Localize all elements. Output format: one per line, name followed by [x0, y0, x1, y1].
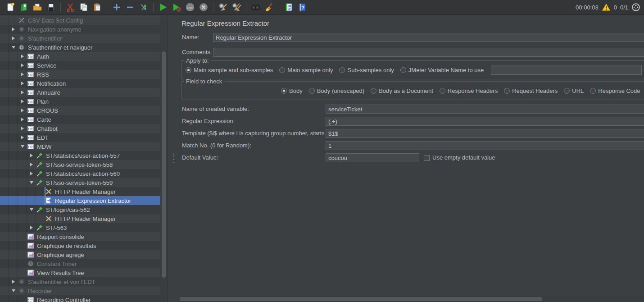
- radio-selected-icon[interactable]: [281, 88, 287, 94]
- radio-unselected-icon[interactable]: [339, 67, 345, 73]
- tree-row[interactable]: Graphique de résultats: [0, 241, 160, 250]
- radio-option-body[interactable]: Body: [281, 87, 303, 94]
- toolbar-add-button[interactable]: [110, 1, 123, 14]
- tree-row[interactable]: Rapport consolidé: [0, 232, 160, 241]
- tree-row[interactable]: ST/-563: [0, 223, 160, 232]
- tree-row[interactable]: View Results Tree: [0, 268, 160, 277]
- tree-row[interactable]: Plan: [0, 97, 160, 106]
- tree-row[interactable]: Regular Expression Extractor: [0, 196, 160, 205]
- toolbar-search-reset-button[interactable]: [263, 1, 276, 14]
- tree-row[interactable]: CSV Data Set Config: [0, 16, 160, 25]
- tree-row[interactable]: S'authentifier: [0, 34, 160, 43]
- tree-row[interactable]: Graphique agrégé: [0, 250, 160, 259]
- expand-open-arrow-icon[interactable]: [27, 208, 36, 211]
- toolbar-new-button[interactable]: [4, 1, 17, 14]
- tree-row[interactable]: RSS: [0, 70, 160, 79]
- tree-row[interactable]: ST/sso-service-token-559: [0, 178, 160, 187]
- expand-closed-arrow-icon[interactable]: [9, 27, 18, 31]
- tree-row[interactable]: MDW: [0, 142, 160, 151]
- radio-unselected-icon[interactable]: [440, 88, 445, 94]
- radio-unselected-icon[interactable]: [504, 88, 510, 94]
- radio-option-body-unescaped[interactable]: Body (unescaped): [309, 87, 365, 94]
- tree-row[interactable]: Chatbot: [0, 124, 160, 133]
- toolbar-clear-all-button[interactable]: [230, 1, 243, 14]
- radio-unselected-icon[interactable]: [590, 88, 596, 94]
- radio-option-jmeter-variable-name-to-use[interactable]: JMeter Variable Name to use: [400, 67, 484, 73]
- toolbar-help-button[interactable]: ?: [295, 1, 309, 14]
- tree-row[interactable]: EDT: [0, 133, 160, 142]
- radio-option-body-as-a-document[interactable]: Body as a Document: [371, 87, 433, 94]
- use-empty-default-value-option[interactable]: Use empty default value: [424, 153, 495, 162]
- tree-row[interactable]: S'authentifier et voir l'EDT: [0, 277, 160, 286]
- checkbox-unchecked-icon[interactable]: [424, 155, 430, 161]
- radio-option-response-headers[interactable]: Response Headers: [440, 87, 498, 94]
- toolbar-remove-button[interactable]: [123, 1, 137, 14]
- match-no-0-for-random-input[interactable]: [326, 141, 644, 150]
- tree-row[interactable]: Annuaire: [0, 88, 160, 97]
- toolbar-function-helper-button[interactable]: [282, 1, 295, 14]
- name-input[interactable]: [213, 33, 644, 42]
- expand-open-arrow-icon[interactable]: [27, 181, 36, 184]
- radio-selected-icon[interactable]: [186, 67, 191, 73]
- toolbar-start-no-pauses-button[interactable]: [170, 1, 183, 14]
- comments-input[interactable]: [213, 48, 644, 57]
- expand-closed-arrow-icon[interactable]: [18, 55, 27, 58]
- expand-closed-arrow-icon[interactable]: [18, 64, 27, 67]
- expand-closed-arrow-icon[interactable]: [27, 226, 36, 229]
- tree-scrollbar-thumb[interactable]: [162, 51, 166, 278]
- tree-row[interactable]: Recording Controller: [0, 295, 160, 302]
- template-i-where-i-is-capturing-group-number-starts-at-1-input[interactable]: [326, 129, 644, 138]
- toolbar-copy-button[interactable]: [77, 1, 91, 14]
- toolbar-search-button[interactable]: [249, 1, 263, 14]
- expand-closed-arrow-icon[interactable]: [27, 172, 36, 175]
- expand-closed-arrow-icon[interactable]: [18, 109, 27, 112]
- tree-row[interactable]: ST/login/cas-562: [0, 205, 160, 214]
- tree-row[interactable]: Carte: [0, 115, 160, 124]
- expand-closed-arrow-icon[interactable]: [18, 73, 27, 76]
- radio-unselected-icon[interactable]: [371, 88, 376, 94]
- radio-option-main-sample-and-sub-samples[interactable]: Main sample and sub-samples: [186, 67, 273, 73]
- warning-indicator-icon[interactable]: [602, 3, 611, 12]
- tree-row[interactable]: Service: [0, 61, 160, 70]
- tree-row[interactable]: ST/statistics/user-action-557: [0, 151, 160, 160]
- radio-option-url[interactable]: URL: [564, 87, 584, 94]
- content-horizontal-scrollbar[interactable]: [179, 296, 644, 302]
- name-of-created-variable-input[interactable]: [326, 105, 644, 114]
- split-pane-divider[interactable]: [168, 15, 179, 302]
- radio-unselected-icon[interactable]: [400, 67, 406, 73]
- toolbar-cut-button[interactable]: [63, 1, 77, 14]
- toolbar-start-button[interactable]: [156, 1, 170, 14]
- tree-vertical-scrollbar[interactable]: [160, 15, 168, 302]
- expand-closed-arrow-icon[interactable]: [9, 37, 18, 40]
- tree-row[interactable]: Constant Timer: [0, 259, 160, 268]
- radio-option-main-sample-only[interactable]: Main sample only: [279, 67, 333, 73]
- toolbar-save-button[interactable]: [44, 1, 58, 14]
- default-value-input[interactable]: [326, 153, 419, 162]
- tree-row[interactable]: Auth: [0, 52, 160, 61]
- expand-closed-arrow-icon[interactable]: [18, 127, 27, 130]
- regular-expression-input[interactable]: [326, 117, 644, 126]
- tree-row[interactable]: ST/sso-service-token-558: [0, 160, 160, 169]
- expand-closed-arrow-icon[interactable]: [18, 118, 27, 121]
- tree-row[interactable]: Navigation anonyme: [0, 25, 160, 34]
- toolbar-toggle-button[interactable]: [137, 1, 150, 14]
- tree-row[interactable]: HTTP Header Manager: [0, 187, 160, 196]
- radio-unselected-icon[interactable]: [309, 88, 315, 94]
- radio-unselected-icon[interactable]: [564, 88, 570, 94]
- toolbar-templates-button[interactable]: [17, 1, 31, 14]
- expand-open-arrow-icon[interactable]: [9, 46, 18, 49]
- tree-row[interactable]: CROUS: [0, 106, 160, 115]
- toolbar-clear-button[interactable]: [216, 1, 230, 14]
- jmeter-variable-name-input[interactable]: [491, 65, 642, 75]
- expand-closed-arrow-icon[interactable]: [18, 91, 27, 94]
- tree-row[interactable]: S'authentifier et naviguer: [0, 43, 160, 52]
- radio-unselected-icon[interactable]: [279, 67, 285, 73]
- radio-option-sub-samples-only[interactable]: Sub-samples only: [339, 67, 394, 73]
- tree-row[interactable]: Recorder: [0, 286, 160, 295]
- expand-open-arrow-icon[interactable]: [18, 145, 27, 148]
- expand-closed-arrow-icon[interactable]: [18, 136, 27, 139]
- tree-row[interactable]: Notification: [0, 79, 160, 88]
- expand-closed-arrow-icon[interactable]: [18, 82, 27, 85]
- radio-option-response-code[interactable]: Response Code: [590, 87, 640, 94]
- expand-open-arrow-icon[interactable]: [9, 289, 18, 292]
